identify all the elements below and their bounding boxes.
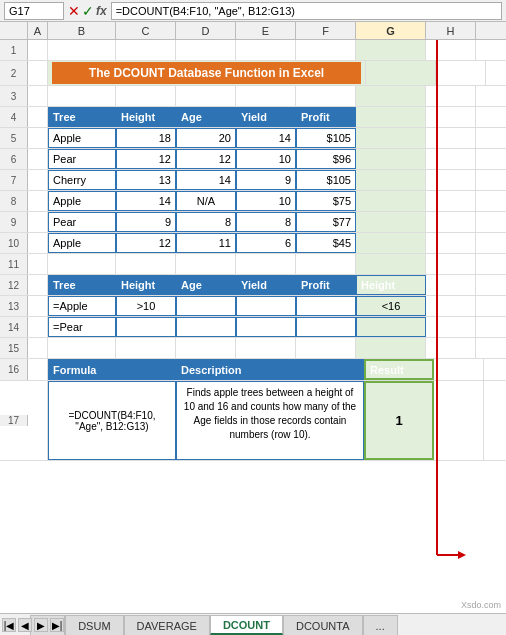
cell-b17-formula[interactable]: =DCOUNT(B4:F10,"Age", B12:G13) (48, 381, 176, 460)
cell-g10[interactable] (356, 233, 426, 253)
cell-e1[interactable] (236, 40, 296, 60)
cell-a3[interactable] (28, 86, 48, 106)
col-header-h[interactable]: H (426, 22, 476, 39)
cell-c10[interactable]: 12 (116, 233, 176, 253)
tab-dcount[interactable]: DCOUNT (210, 615, 283, 635)
cell-f15[interactable] (296, 338, 356, 358)
cell-a6[interactable] (28, 149, 48, 169)
cell-a11[interactable] (28, 254, 48, 274)
cell-d11[interactable] (176, 254, 236, 274)
cell-e7[interactable]: 9 (236, 170, 296, 190)
cell-a2[interactable] (28, 61, 48, 85)
cell-h5[interactable] (426, 128, 476, 148)
cell-e9[interactable]: 8 (236, 212, 296, 232)
cell-c8[interactable]: 14 (116, 191, 176, 211)
cell-h10[interactable] (426, 233, 476, 253)
cell-b13[interactable]: =Apple (48, 296, 116, 316)
cell-c7[interactable]: 13 (116, 170, 176, 190)
cell-a17[interactable] (28, 381, 48, 460)
cell-f10[interactable]: $45 (296, 233, 356, 253)
tab-dcounta[interactable]: DCOUNTA (283, 615, 363, 635)
cell-g9[interactable] (356, 212, 426, 232)
cell-g17-result[interactable]: 1 (364, 381, 434, 460)
tab-ellipsis-right[interactable]: ... (363, 615, 398, 635)
cell-e6[interactable]: 10 (236, 149, 296, 169)
cell-a8[interactable] (28, 191, 48, 211)
cancel-icon[interactable]: ✕ (68, 3, 80, 19)
cell-g5[interactable] (356, 128, 426, 148)
cell-c14[interactable] (116, 317, 176, 337)
cell-h11[interactable] (426, 254, 476, 274)
col-header-c[interactable]: C (116, 22, 176, 39)
cell-f6[interactable]: $96 (296, 149, 356, 169)
cell-h7[interactable] (426, 170, 476, 190)
cell-g3[interactable] (356, 86, 426, 106)
tab-last-btn[interactable]: ▶| (50, 618, 64, 632)
cell-h13[interactable] (426, 296, 476, 316)
cell-f14[interactable] (296, 317, 356, 337)
cell-f1[interactable] (296, 40, 356, 60)
cell-d15[interactable] (176, 338, 236, 358)
cell-d5[interactable]: 20 (176, 128, 236, 148)
cell-d3[interactable] (176, 86, 236, 106)
col-header-e[interactable]: E (236, 22, 296, 39)
cell-h6[interactable] (426, 149, 476, 169)
cell-e14[interactable] (236, 317, 296, 337)
col-header-a[interactable]: A (28, 22, 48, 39)
cell-a4[interactable] (28, 107, 48, 127)
cell-h17[interactable] (434, 381, 484, 460)
tab-prev-btn[interactable]: ◀ (18, 618, 32, 632)
cell-e5[interactable]: 14 (236, 128, 296, 148)
cell-h15[interactable] (426, 338, 476, 358)
col-header-g[interactable]: G (356, 22, 426, 39)
cell-c5[interactable]: 18 (116, 128, 176, 148)
cell-d1[interactable] (176, 40, 236, 60)
cell-b15[interactable] (48, 338, 116, 358)
cell-g13[interactable]: <16 (356, 296, 426, 316)
cell-e8[interactable]: 10 (236, 191, 296, 211)
cell-c11[interactable] (116, 254, 176, 274)
cell-a10[interactable] (28, 233, 48, 253)
cell-f5[interactable]: $105 (296, 128, 356, 148)
cell-c13[interactable]: >10 (116, 296, 176, 316)
cell-c3[interactable] (116, 86, 176, 106)
cell-a7[interactable] (28, 170, 48, 190)
cell-d7[interactable]: 14 (176, 170, 236, 190)
cell-a14[interactable] (28, 317, 48, 337)
cell-f13[interactable] (296, 296, 356, 316)
cell-e15[interactable] (236, 338, 296, 358)
cell-b11[interactable] (48, 254, 116, 274)
cell-e3[interactable] (236, 86, 296, 106)
cell-a13[interactable] (28, 296, 48, 316)
cell-a1[interactable] (28, 40, 48, 60)
cell-h8[interactable] (426, 191, 476, 211)
cell-b1[interactable] (48, 40, 116, 60)
cell-b9[interactable]: Pear (48, 212, 116, 232)
cell-g15[interactable] (356, 338, 426, 358)
col-header-b[interactable]: B (48, 22, 116, 39)
insert-function-icon[interactable]: fx (96, 4, 107, 18)
cell-a15[interactable] (28, 338, 48, 358)
cell-a9[interactable] (28, 212, 48, 232)
cell-h14[interactable] (426, 317, 476, 337)
cell-c1[interactable] (116, 40, 176, 60)
cell-h12[interactable] (426, 275, 476, 295)
cell-f7[interactable]: $105 (296, 170, 356, 190)
formula-input[interactable]: =DCOUNT(B4:F10, "Age", B12:G13) (111, 2, 502, 20)
cell-d9[interactable]: 8 (176, 212, 236, 232)
cell-a5[interactable] (28, 128, 48, 148)
cell-d13[interactable] (176, 296, 236, 316)
cell-e10[interactable]: 6 (236, 233, 296, 253)
cell-h3[interactable] (426, 86, 476, 106)
cell-f11[interactable] (296, 254, 356, 274)
tab-daverage[interactable]: DAVERAGE (124, 615, 210, 635)
cell-g11[interactable] (356, 254, 426, 274)
cell-b5[interactable]: Apple (48, 128, 116, 148)
cell-e13[interactable] (236, 296, 296, 316)
cell-b6[interactable]: Pear (48, 149, 116, 169)
cell-d6[interactable]: 12 (176, 149, 236, 169)
cell-g4[interactable] (356, 107, 426, 127)
tab-dsum[interactable]: DSUM (65, 615, 123, 635)
cell-c15[interactable] (116, 338, 176, 358)
cell-d10[interactable]: 11 (176, 233, 236, 253)
